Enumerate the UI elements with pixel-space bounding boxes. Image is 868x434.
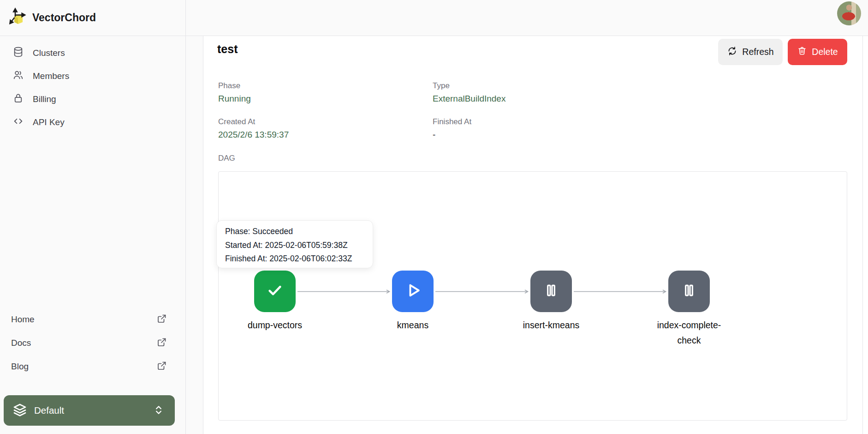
brand-name: VectorChord bbox=[32, 12, 96, 24]
phase-value: Running bbox=[218, 94, 251, 104]
pause-icon bbox=[680, 281, 698, 301]
sidebar-item-billing[interactable]: Billing bbox=[0, 90, 185, 109]
dag-node-label: index-complete-check bbox=[650, 318, 728, 348]
type-label: Type bbox=[433, 81, 450, 90]
external-link-icon bbox=[156, 360, 167, 374]
refresh-button[interactable]: Refresh bbox=[718, 39, 783, 65]
sidebar-link-blog[interactable]: Blog bbox=[0, 357, 185, 376]
check-icon bbox=[265, 281, 285, 302]
node-status-tooltip: Phase: Succeeded Started At: 2025-02-06T… bbox=[216, 220, 373, 268]
refresh-icon bbox=[727, 46, 737, 59]
sidebar-item-api-key[interactable]: API Key bbox=[0, 113, 185, 132]
sidebar-link-label: Docs bbox=[11, 338, 31, 348]
brand-header[interactable]: VectorChord bbox=[0, 0, 185, 36]
pause-icon bbox=[542, 281, 560, 301]
sidebar-item-members[interactable]: Members bbox=[0, 66, 185, 86]
database-icon bbox=[12, 46, 24, 60]
tooltip-finished-at: Finished At: 2025-02-06T06:02:33Z bbox=[225, 252, 364, 266]
scrollbar-track[interactable] bbox=[863, 36, 868, 434]
sidebar-item-label: Billing bbox=[33, 94, 56, 104]
users-icon bbox=[12, 69, 24, 83]
sidebar-link-label: Home bbox=[11, 314, 35, 325]
dag-label: DAG bbox=[218, 154, 235, 163]
sidebar-nav: Clusters Members bbox=[0, 43, 185, 132]
sidebar-link-label: Blog bbox=[11, 362, 29, 372]
layers-icon bbox=[12, 402, 28, 419]
project-switcher-button[interactable]: Default bbox=[4, 395, 175, 426]
phase-label: Phase bbox=[218, 81, 240, 90]
dag-node-index-complete-check[interactable] bbox=[668, 271, 710, 312]
external-link-icon bbox=[156, 313, 167, 326]
dag-node-dump-vectors[interactable] bbox=[254, 271, 296, 312]
sidebar-item-label: Clusters bbox=[33, 48, 65, 58]
sidebar-link-home[interactable]: Home bbox=[0, 310, 185, 329]
sidebar-item-label: API Key bbox=[33, 117, 65, 127]
type-value: ExternalBuildIndex bbox=[433, 94, 505, 104]
dag-node-kmeans[interactable] bbox=[392, 271, 434, 312]
dag-node-insert-kmeans[interactable] bbox=[530, 271, 572, 312]
lock-icon bbox=[12, 92, 24, 106]
tooltip-phase: Phase: Succeeded bbox=[225, 225, 364, 239]
app-root: VectorChord Clusters bbox=[0, 0, 868, 434]
sidebar-item-label: Members bbox=[33, 71, 69, 81]
job-detail-panel: test Refresh Delete bbox=[203, 36, 863, 434]
external-link-icon bbox=[156, 337, 167, 350]
trash-icon bbox=[797, 46, 807, 58]
code-icon bbox=[12, 115, 24, 129]
refresh-button-label: Refresh bbox=[742, 47, 773, 57]
delete-button-label: Delete bbox=[812, 47, 838, 57]
sidebar: VectorChord Clusters bbox=[0, 0, 186, 434]
vectorchord-logo-icon bbox=[8, 7, 29, 29]
created-at-value: 2025/2/6 13:59:37 bbox=[218, 130, 289, 140]
dag-canvas[interactable]: dump-vectors kmeans insert-kmeans index-… bbox=[218, 171, 847, 421]
page-title: test bbox=[217, 42, 238, 56]
project-switcher-label: Default bbox=[34, 405, 64, 416]
sidebar-links: Home Docs Blog bbox=[0, 310, 185, 376]
sidebar-link-docs[interactable]: Docs bbox=[0, 334, 185, 352]
dag-node-label: dump-vectors bbox=[236, 318, 314, 333]
delete-button[interactable]: Delete bbox=[788, 39, 847, 65]
user-avatar[interactable] bbox=[837, 1, 861, 25]
tooltip-started-at: Started At: 2025-02-06T05:59:38Z bbox=[225, 239, 364, 253]
finished-at-label: Finished At bbox=[433, 117, 471, 127]
dag-node-label: insert-kmeans bbox=[512, 318, 590, 333]
sidebar-item-clusters[interactable]: Clusters bbox=[0, 43, 185, 63]
finished-at-value: - bbox=[433, 130, 435, 140]
play-icon bbox=[403, 280, 423, 302]
chevrons-up-down-icon bbox=[153, 404, 165, 417]
dag-node-label: kmeans bbox=[374, 318, 452, 333]
created-at-label: Created At bbox=[218, 117, 255, 127]
